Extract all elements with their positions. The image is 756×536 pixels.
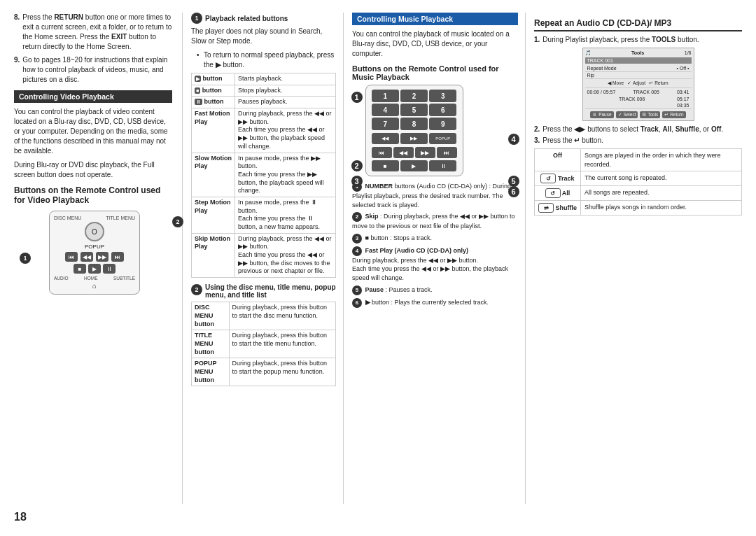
info-2: 2 Skip : During playback, press the ◀◀ o…	[352, 212, 518, 231]
remote-label-1: 1	[20, 253, 31, 264]
intro-list: 8. Press the RETURN button one or more t…	[14, 13, 172, 85]
stop-btn[interactable]: ■	[74, 264, 86, 274]
music-lbl-1: 1	[351, 92, 363, 103]
info-1: 1 NUMBER buttons (Audio CD (CD-DA) only)…	[352, 182, 518, 209]
repeat-step-3: 3. Press the ↵ button.	[534, 136, 742, 144]
pb-circle-1: 1	[191, 13, 202, 24]
rew-music[interactable]: ◀◀	[393, 147, 414, 158]
column-3: Controlling Music Playback You can contr…	[343, 13, 525, 504]
play-music[interactable]: ▶	[400, 160, 428, 171]
remote-video: DISC MENU TITLE MENU O POPUP ⏮ ◀◀ ▶▶ ⏭	[49, 211, 140, 295]
video-remote-area: 1 2 DISC MENU TITLE MENU O POPUP ⏮	[35, 211, 172, 295]
pause-music[interactable]: ⏸	[429, 160, 456, 171]
remote-circle: O	[85, 222, 104, 241]
disc-section-title: Using the disc menu, title menu, popup m…	[205, 283, 336, 299]
info-6: 6 ▶ button : Plays the currently selecte…	[352, 298, 518, 308]
list-item-8: 8. Press the RETURN button one or more t…	[14, 13, 172, 52]
pb-section-title: Playback related buttons	[205, 15, 288, 22]
cd-screenshot: 🎵 Tools 1/6 TRACK 001 Repeat Mode • Off …	[582, 48, 694, 121]
music-playback-body: You can control the playback of music lo…	[352, 29, 518, 59]
num-1[interactable]: 1	[372, 90, 399, 102]
music-lbl-5: 5	[508, 176, 519, 187]
info-5: 5 Pause : Pauses a track.	[352, 285, 518, 295]
pb-bullets: To return to normal speed playback, pres…	[191, 50, 336, 70]
skip-fwd-music[interactable]: ▶▶	[400, 133, 428, 144]
pb-table: ▶ buttonStarts playback. ■ buttonStops p…	[191, 73, 336, 278]
fwd-music[interactable]: ▶▶	[415, 147, 435, 158]
video-buttons-heading: Buttons on the Remote Control used for V…	[14, 185, 172, 205]
info-3: 3 ■ button : Stops a track.	[352, 234, 518, 244]
music-playback-title: Controlling Music Playback	[352, 13, 518, 25]
repeat-step-1: 1. During Playlist playback, press the T…	[534, 36, 742, 43]
num-2[interactable]: 2	[400, 90, 428, 102]
disc-table: DISC MENUbutton During playback, press t…	[191, 302, 336, 386]
video-playback-body2: During Blu-ray or DVD disc playback, the…	[14, 160, 172, 180]
popup-music[interactable]: POPUP	[429, 133, 456, 144]
video-playback-body: You can control the playback of video co…	[14, 107, 172, 156]
num-3[interactable]: 3	[429, 90, 456, 102]
music-remote-container: 1 4 2 3 5 6 1 2 3 4 5 6 7 8 9	[365, 85, 505, 176]
next-music[interactable]: ⏭	[437, 147, 457, 158]
list-item-9: 9. Go to pages 18~20 for instructions th…	[14, 55, 172, 85]
pb-intro: The player does not play sound in Search…	[191, 27, 336, 46]
info-4: 4 Fast Play (Audio CD (CD-DA) only) Duri…	[352, 246, 518, 283]
play-btn[interactable]: ▶	[88, 264, 101, 274]
num-5[interactable]: 5	[400, 104, 428, 116]
music-lbl-2: 2	[351, 160, 363, 171]
repeat-step-2: 2. Press the ◀▶ buttons to select Track,…	[534, 125, 742, 133]
music-info-boxes: 1 NUMBER buttons (Audio CD (CD-DA) only)…	[352, 182, 518, 308]
repeat-heading: Repeat an Audio CD (CD-DA)/ MP3	[534, 18, 742, 31]
page-number: 18	[14, 511, 742, 523]
remote-music: 1 2 3 4 5 6 7 8 9 ◀◀ ▶▶ POPUP	[365, 85, 463, 176]
num-4[interactable]: 4	[372, 104, 399, 116]
num-9[interactable]: 9	[429, 118, 456, 130]
repeat-steps-23: 2. Press the ◀▶ buttons to select Track,…	[534, 125, 742, 144]
disc-circle-2: 2	[191, 284, 202, 295]
prev-btn[interactable]: ⏮	[65, 252, 78, 262]
num-6[interactable]: 6	[429, 104, 456, 116]
skip-fwd-btn[interactable]: ▶▶	[96, 252, 108, 262]
skip-back-btn[interactable]: ◀◀	[80, 252, 93, 262]
num-8[interactable]: 8	[400, 118, 428, 130]
repeat-steps: 1. During Playlist playback, press the T…	[534, 36, 742, 43]
column-2: 1 Playback related buttons The player do…	[182, 13, 343, 504]
prev-music[interactable]: ⏮	[372, 147, 392, 158]
music-lbl-6: 6	[508, 186, 519, 197]
column-4: Repeat an Audio CD (CD-DA)/ MP3 1. Durin…	[525, 13, 742, 504]
video-playback-title: Controlling Video Playback	[14, 90, 172, 103]
column-1: 8. Press the RETURN button one or more t…	[14, 13, 182, 504]
next-btn[interactable]: ⏭	[111, 252, 124, 262]
page: 8. Press the RETURN button one or more t…	[0, 0, 756, 536]
pause-btn[interactable]: ⏸	[103, 264, 115, 274]
disc-section-header: 2 Using the disc menu, title menu, popup…	[191, 283, 336, 299]
repeat-table: Off Songs are played in the order in whi…	[534, 148, 742, 216]
pb-section-header: 1 Playback related buttons	[191, 13, 336, 24]
music-lbl-4: 4	[508, 134, 519, 145]
stop-music[interactable]: ■	[372, 160, 399, 171]
skip-back-music[interactable]: ◀◀	[372, 133, 399, 144]
num-7[interactable]: 7	[372, 118, 399, 130]
remote-label-2: 2	[172, 216, 183, 227]
music-lbl-3: 3	[351, 176, 363, 187]
music-buttons-heading: Buttons on the Remote Control used for M…	[352, 64, 518, 81]
